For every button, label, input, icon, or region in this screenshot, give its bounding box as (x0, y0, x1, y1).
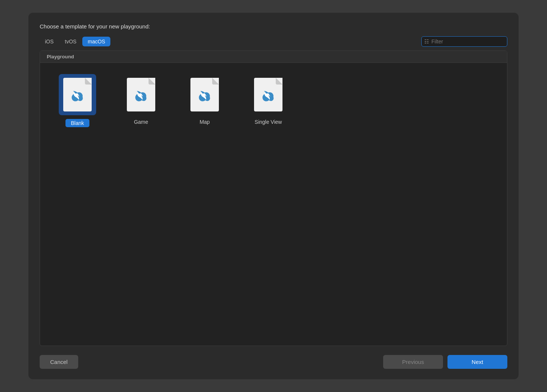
file-icon-wrap-single-view (250, 74, 287, 115)
content-panel: Playground Blank (40, 50, 507, 346)
doc-corner-blank (85, 78, 92, 85)
template-label-map: Map (199, 119, 210, 125)
dialog: Choose a template for your new playgroun… (28, 13, 519, 379)
tab-macos[interactable]: macOS (82, 37, 110, 46)
filter-input-wrap: ☷ (421, 36, 507, 47)
template-item-blank[interactable]: Blank (51, 74, 104, 127)
swift-logo-blank (69, 87, 86, 104)
template-grid: Blank Game (40, 63, 507, 346)
doc-corner-single-view (276, 78, 282, 85)
tab-tvos[interactable]: tvOS (59, 37, 82, 46)
tab-ios[interactable]: iOS (40, 37, 59, 46)
swift-logo-single-view (260, 87, 276, 104)
filter-input[interactable] (421, 36, 507, 47)
previous-button[interactable]: Previous (383, 355, 443, 369)
template-item-game[interactable]: Game (115, 74, 167, 127)
dialog-title: Choose a template for your new playgroun… (40, 23, 507, 30)
template-label-game: Game (134, 119, 148, 125)
doc-corner-game (149, 78, 155, 85)
doc-game (127, 78, 155, 111)
doc-single-view (254, 78, 282, 111)
tab-filter-row: iOS tvOS macOS ☷ (40, 36, 507, 47)
footer: Cancel Previous Next (40, 355, 507, 369)
tab-bar: iOS tvOS macOS (40, 37, 110, 46)
template-item-map[interactable]: Map (178, 74, 231, 127)
swift-logo-game (133, 87, 149, 104)
swift-logo-map (196, 87, 213, 104)
template-label-blank: Blank (65, 119, 89, 127)
file-icon-wrap-game (122, 74, 160, 115)
file-icon-wrap-blank (59, 74, 96, 115)
template-label-single-view: Single View (255, 119, 282, 125)
doc-blank (63, 78, 92, 111)
footer-right: Previous Next (383, 355, 507, 369)
cancel-button[interactable]: Cancel (40, 355, 78, 369)
template-item-single-view[interactable]: Single View (242, 74, 294, 127)
file-icon-wrap-map (186, 74, 223, 115)
doc-map (190, 78, 219, 111)
section-header: Playground (40, 51, 507, 63)
next-button[interactable]: Next (447, 355, 507, 369)
doc-corner-map (212, 78, 219, 85)
